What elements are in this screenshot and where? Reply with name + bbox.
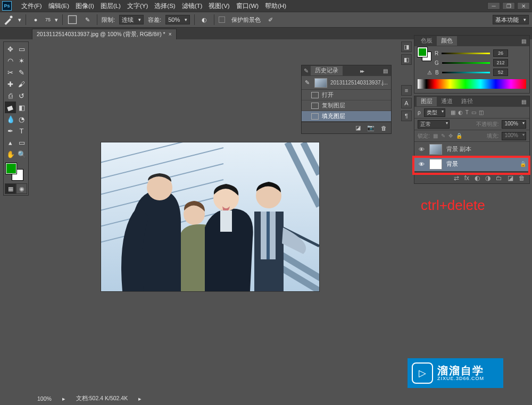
brush-tool[interactable]: 🖌 [16, 78, 27, 90]
panel-menu-icon[interactable]: ▤ [381, 68, 389, 74]
panel-fg-swatch[interactable] [418, 47, 427, 57]
panel-menu-icon[interactable]: ▤ [519, 99, 527, 105]
lock-pos-icon[interactable]: ✥ [448, 133, 453, 139]
filter-type-icon[interactable]: T [466, 109, 469, 115]
panel-menu-icon[interactable]: ▤ [519, 38, 527, 44]
adjustment-icon[interactable]: ◑ [485, 174, 491, 182]
g-value[interactable]: 212 [493, 59, 508, 66]
protect-fg-checkbox[interactable] [219, 16, 225, 23]
workspace-switcher[interactable]: 基本功能 [493, 15, 529, 24]
source-toggle-icon[interactable]: ✎ [305, 79, 311, 86]
filter-smart-icon[interactable]: ◫ [479, 109, 484, 115]
menu-window[interactable]: 窗口(W) [233, 2, 262, 10]
fill-value[interactable]: 100% [502, 132, 526, 140]
lock-trans-icon[interactable]: ▦ [433, 133, 438, 139]
opacity-value[interactable]: 100% [502, 120, 526, 129]
pen-tool[interactable]: ✒ [5, 125, 16, 137]
hand-tool[interactable]: ✋ [5, 148, 16, 160]
menu-edit[interactable]: 编辑(E) [45, 2, 72, 10]
history-tab[interactable]: 历史记录 [311, 66, 343, 75]
g-slider[interactable] [442, 60, 490, 65]
menu-view[interactable]: 视图(V) [205, 2, 232, 10]
layer-name[interactable]: 背景 [446, 160, 458, 168]
group-icon[interactable]: 🗀 [496, 174, 502, 182]
angle-icon[interactable]: ◐ [199, 14, 210, 25]
gamut-warn-icon[interactable]: ⚠ [427, 70, 432, 75]
dock-icon-3[interactable]: ≡ [401, 85, 412, 96]
color-ramp[interactable] [418, 79, 526, 89]
rect-marquee-tool[interactable]: ▭ [16, 43, 27, 55]
layer-name[interactable]: 背景 副本 [446, 145, 471, 153]
menu-file[interactable]: 文件(F) [18, 2, 45, 10]
filter-shape-icon[interactable]: ▭ [471, 109, 476, 115]
quick-mask-icon[interactable]: ◉ [16, 183, 27, 194]
menu-image[interactable]: 图像(I) [72, 2, 97, 10]
document-canvas[interactable] [101, 142, 319, 291]
dock-icon-2[interactable]: ◧ [401, 54, 412, 65]
menu-type[interactable]: 文字(Y) [124, 2, 151, 10]
history-snapshot[interactable]: ✎ 20131125140313937.j... [302, 76, 391, 90]
r-slider[interactable] [442, 50, 490, 56]
link-icon[interactable]: ⇄ [454, 174, 459, 182]
eyedropper-tool[interactable]: ✎ [16, 66, 27, 78]
history-step[interactable]: 打开 [302, 90, 391, 100]
limit-dropdown[interactable]: 连续 [119, 15, 144, 24]
collapse-icon[interactable]: ▸▸ [358, 68, 365, 74]
menu-layer[interactable]: 图层(L) [97, 2, 124, 10]
fx-icon[interactable]: fx [464, 174, 469, 182]
blend-mode-dropdown[interactable]: 正常 [418, 120, 450, 129]
snapshot-icon[interactable]: 📷 [367, 124, 375, 131]
layer-thumb[interactable] [429, 159, 442, 170]
dock-icon-5[interactable]: ¶ [401, 111, 412, 121]
maximize-button[interactable]: ❐ [502, 2, 515, 10]
layer-row[interactable]: 👁 背景 🔒 [414, 157, 529, 172]
gradient-tool[interactable]: ◧ [16, 102, 27, 113]
doc-size[interactable]: 文档:502.4 K/502.4K [76, 395, 128, 402]
lock-pixels-icon[interactable]: ✎ [441, 133, 445, 139]
crop-tool[interactable]: ✂ [5, 66, 16, 78]
document-tab[interactable]: 20131125140313937.jpg @ 100% (背景, RGB/8#… [32, 29, 177, 39]
menu-help[interactable]: 帮助(H) [262, 2, 289, 10]
filter-pixel-icon[interactable]: ▦ [451, 109, 455, 115]
trash-icon[interactable]: 🗑 [381, 125, 387, 131]
stamp-tool[interactable]: ⎙ [5, 90, 16, 102]
type-tool[interactable]: T [16, 125, 27, 137]
path-select-tool[interactable]: ▴ [5, 137, 16, 148]
filter-kind-dropdown[interactable]: 类型 [424, 108, 445, 117]
trash-icon[interactable]: 🗑 [519, 174, 525, 182]
close-tab-icon[interactable]: × [169, 31, 172, 37]
close-button[interactable]: ✕ [517, 2, 530, 10]
menu-select[interactable]: 选择(S) [151, 2, 178, 10]
lock-all-icon[interactable]: 🔒 [456, 133, 462, 139]
foreground-swatch[interactable] [6, 163, 16, 174]
dock-icon-1[interactable]: ◨ [401, 41, 412, 52]
visibility-icon[interactable]: 👁 [418, 146, 425, 153]
move-tool[interactable]: ✥ [5, 43, 16, 55]
lasso-tool[interactable]: ◠ [5, 55, 16, 66]
healing-tool[interactable]: ✚ [5, 78, 16, 90]
shape-tool[interactable]: ▭ [16, 137, 27, 148]
history-step[interactable]: 填充图层 [302, 111, 391, 122]
mask-icon[interactable]: ◐ [475, 174, 480, 182]
history-brush-icon[interactable]: ✎ [304, 68, 309, 74]
standard-mode-icon[interactable]: ▦ [5, 183, 16, 194]
color-tab[interactable]: 颜色 [437, 36, 457, 46]
menu-filter[interactable]: 滤镜(T) [179, 2, 206, 10]
r-value[interactable]: 26 [493, 49, 508, 57]
zoom-level[interactable]: 100% [37, 395, 52, 402]
layer-row[interactable]: 👁 背景 副本 [414, 142, 529, 157]
swatches-tab[interactable]: 色板 [417, 36, 437, 46]
layer-thumb[interactable] [429, 144, 442, 155]
minimize-button[interactable]: ─ [487, 2, 500, 10]
tolerance-dropdown[interactable]: 50% [165, 15, 190, 24]
brush-panel-icon[interactable] [67, 14, 78, 25]
brush-preset-icon[interactable]: ● [30, 14, 41, 25]
zoom-tool[interactable]: 🔍 [16, 148, 27, 160]
eraser-tool[interactable] [5, 102, 16, 113]
pressure-icon[interactable]: ✐ [265, 14, 276, 25]
quick-select-tool[interactable]: ✶ [16, 55, 27, 66]
dodge-tool[interactable]: ◔ [16, 113, 27, 125]
blur-tool[interactable]: 💧 [5, 113, 16, 125]
create-doc-icon[interactable]: ◪ [355, 124, 361, 131]
dock-icon-4[interactable]: A [401, 98, 412, 108]
